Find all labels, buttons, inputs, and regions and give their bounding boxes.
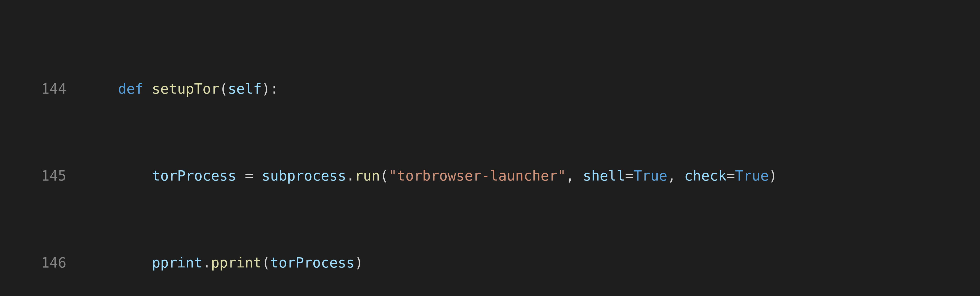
paren-close: ) bbox=[262, 81, 270, 97]
operator-assign: = bbox=[625, 168, 633, 184]
space bbox=[676, 168, 684, 184]
keyword-def: def bbox=[118, 81, 143, 97]
function-name: setupTor bbox=[152, 81, 220, 97]
operator-assign: = bbox=[727, 168, 735, 184]
paren-open: ( bbox=[262, 255, 270, 271]
module: subprocess bbox=[262, 168, 346, 184]
space bbox=[236, 168, 245, 184]
paren-open: ( bbox=[380, 168, 388, 184]
operator-assign: = bbox=[245, 168, 253, 184]
method-call: run bbox=[355, 168, 380, 184]
method-call: pprint bbox=[211, 255, 262, 271]
dot: . bbox=[346, 168, 355, 184]
comma: , bbox=[566, 168, 574, 184]
code-line[interactable]: 145 torProcess = subprocess.run("torbrow… bbox=[0, 165, 980, 187]
colon: : bbox=[270, 81, 279, 97]
line-number: 145 bbox=[0, 165, 84, 187]
code-line[interactable]: 146 pprint.pprint(torProcess) bbox=[0, 252, 980, 274]
constant-true: True bbox=[735, 168, 769, 184]
comma: , bbox=[667, 168, 676, 184]
space bbox=[574, 168, 583, 184]
paren-close: ) bbox=[355, 255, 363, 271]
indent bbox=[84, 81, 118, 97]
code-line[interactable]: 144 def setupTor(self): bbox=[0, 78, 980, 100]
code-editor[interactable]: 144 def setupTor(self): 145 torProcess =… bbox=[0, 0, 980, 296]
code-content[interactable]: torProcess = subprocess.run("torbrowser-… bbox=[84, 165, 980, 187]
string-literal: "torbrowser-launcher" bbox=[388, 168, 566, 184]
variable: torProcess bbox=[152, 168, 236, 184]
code-content[interactable]: pprint.pprint(torProcess) bbox=[84, 252, 980, 274]
line-number: 146 bbox=[0, 252, 84, 274]
line-number: 144 bbox=[0, 78, 84, 100]
paren-close: ) bbox=[769, 168, 777, 184]
kwarg-name: check bbox=[684, 168, 727, 184]
argument: torProcess bbox=[270, 255, 355, 271]
space bbox=[143, 81, 152, 97]
indent bbox=[84, 255, 152, 271]
code-content[interactable]: def setupTor(self): bbox=[84, 78, 980, 100]
space bbox=[253, 168, 262, 184]
constant-true: True bbox=[633, 168, 667, 184]
paren-open: ( bbox=[220, 81, 228, 97]
module: pprint bbox=[152, 255, 203, 271]
kwarg-name: shell bbox=[583, 168, 625, 184]
param-self: self bbox=[228, 81, 262, 97]
dot: . bbox=[203, 255, 211, 271]
indent bbox=[84, 168, 152, 184]
